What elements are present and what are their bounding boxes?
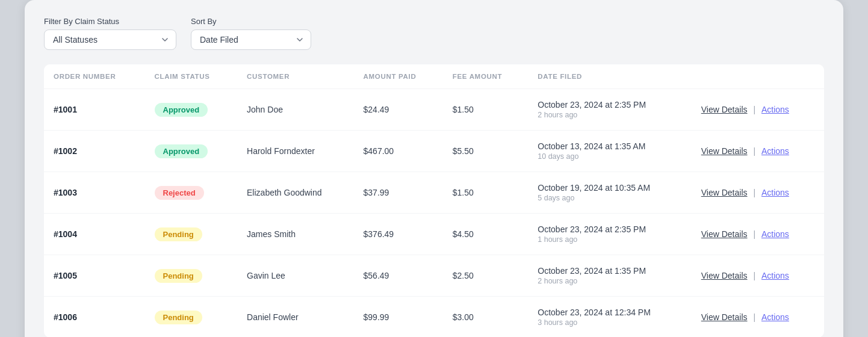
order-number: #1002 [44, 131, 145, 172]
main-card: Filter By Claim Status All StatusesAppro… [25, 0, 843, 337]
view-details-button[interactable]: View Details [701, 105, 748, 114]
claim-status: Approved [145, 89, 238, 131]
claim-status: Rejected [145, 172, 238, 214]
order-number: #1003 [44, 172, 145, 214]
claim-status: Approved [145, 131, 238, 172]
actions-cell: View Details | Actions [692, 214, 824, 255]
col-date-filed: DATE FILED [528, 64, 691, 89]
table-row: #1006 Pending Daniel Fowler $99.99 $3.00… [44, 297, 824, 338]
amount-paid: $467.00 [354, 131, 443, 172]
status-filter-select[interactable]: All StatusesApprovedRejectedPending [44, 29, 176, 50]
fee-amount: $4.50 [443, 214, 529, 255]
table-row: #1003 Rejected Elizabeth Goodwind $37.99… [44, 172, 824, 214]
actions-cell: View Details | Actions [692, 255, 824, 297]
customer-name: Daniel Fowler [237, 297, 354, 338]
table-row: #1002 Approved Harold Forndexter $467.00… [44, 131, 824, 172]
fee-amount: $1.50 [443, 172, 529, 214]
customer-name: James Smith [237, 214, 354, 255]
actions-cell: View Details | Actions [692, 172, 824, 214]
actions-button[interactable]: Actions [761, 229, 789, 239]
table-row: #1005 Pending Gavin Lee $56.49 $2.50 Oct… [44, 255, 824, 297]
fee-amount: $5.50 [443, 131, 529, 172]
fee-amount: $3.00 [443, 297, 529, 338]
separator: | [753, 312, 755, 322]
order-number: #1004 [44, 214, 145, 255]
date-filed: October 19, 2024 at 10:35 AM 5 days ago [528, 172, 691, 214]
actions-button[interactable]: Actions [761, 188, 789, 197]
separator: | [753, 146, 755, 156]
amount-paid: $37.99 [354, 172, 443, 214]
actions-cell: View Details | Actions [692, 131, 824, 172]
claims-table: ORDER NUMBER CLAIM STATUS CUSTOMER AMOUN… [44, 64, 824, 337]
customer-name: Gavin Lee [237, 255, 354, 297]
sort-filter-select[interactable]: Date FiledAmount PaidFee AmountOrder Num… [191, 29, 311, 50]
table-row: #1004 Pending James Smith $376.49 $4.50 … [44, 214, 824, 255]
view-details-button[interactable]: View Details [701, 229, 748, 239]
claim-status: Pending [145, 214, 238, 255]
status-filter-label: Filter By Claim Status [44, 17, 176, 26]
view-details-button[interactable]: View Details [701, 188, 748, 197]
filters-bar: Filter By Claim Status All StatusesAppro… [44, 17, 824, 50]
actions-button[interactable]: Actions [761, 312, 789, 322]
actions-button[interactable]: Actions [761, 146, 789, 156]
sort-filter-label: Sort By [191, 17, 311, 26]
order-number: #1005 [44, 255, 145, 297]
col-amount-paid: AMOUNT PAID [354, 64, 443, 89]
claim-status: Pending [145, 255, 238, 297]
customer-name: John Doe [237, 89, 354, 131]
separator: | [753, 188, 755, 197]
table-header-row: ORDER NUMBER CLAIM STATUS CUSTOMER AMOUN… [44, 64, 824, 89]
date-filed: October 23, 2024 at 2:35 PM 1 hours ago [528, 214, 691, 255]
table-row: #1001 Approved John Doe $24.49 $1.50 Oct… [44, 89, 824, 131]
customer-name: Harold Forndexter [237, 131, 354, 172]
view-details-button[interactable]: View Details [701, 146, 748, 156]
sort-filter-group: Sort By Date FiledAmount PaidFee AmountO… [191, 17, 311, 50]
col-fee-amount: FEE AMOUNT [443, 64, 529, 89]
customer-name: Elizabeth Goodwind [237, 172, 354, 214]
col-claim-status: CLAIM STATUS [145, 64, 238, 89]
fee-amount: $2.50 [443, 255, 529, 297]
amount-paid: $24.49 [354, 89, 443, 131]
col-actions [692, 64, 824, 89]
date-filed: October 13, 2024 at 1:35 AM 10 days ago [528, 131, 691, 172]
order-number: #1006 [44, 297, 145, 338]
col-order-number: ORDER NUMBER [44, 64, 145, 89]
separator: | [753, 271, 755, 280]
amount-paid: $56.49 [354, 255, 443, 297]
status-filter-group: Filter By Claim Status All StatusesAppro… [44, 17, 176, 50]
actions-button[interactable]: Actions [761, 105, 789, 114]
view-details-button[interactable]: View Details [701, 271, 748, 280]
actions-cell: View Details | Actions [692, 89, 824, 131]
fee-amount: $1.50 [443, 89, 529, 131]
view-details-button[interactable]: View Details [701, 312, 748, 322]
claim-status: Pending [145, 297, 238, 338]
separator: | [753, 229, 755, 239]
date-filed: October 23, 2024 at 1:35 PM 2 hours ago [528, 255, 691, 297]
order-number: #1001 [44, 89, 145, 131]
date-filed: October 23, 2024 at 12:34 PM 3 hours ago [528, 297, 691, 338]
actions-cell: View Details | Actions [692, 297, 824, 338]
amount-paid: $376.49 [354, 214, 443, 255]
date-filed: October 23, 2024 at 2:35 PM 2 hours ago [528, 89, 691, 131]
col-customer: CUSTOMER [237, 64, 354, 89]
actions-button[interactable]: Actions [761, 271, 789, 280]
separator: | [753, 105, 755, 114]
amount-paid: $99.99 [354, 297, 443, 338]
